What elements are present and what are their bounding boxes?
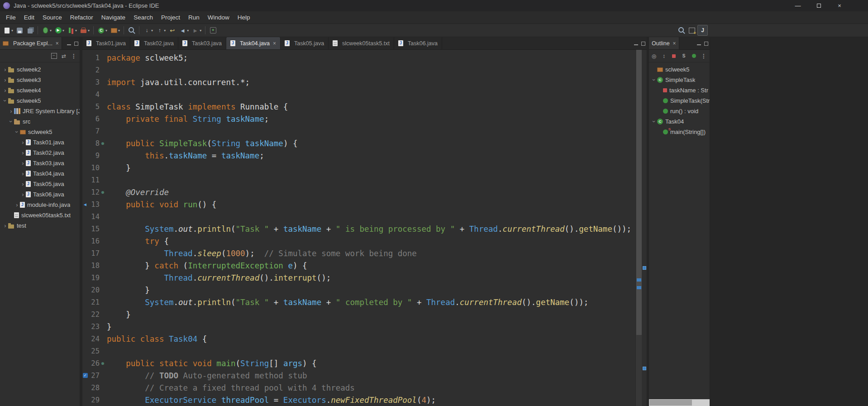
menu-refactor[interactable]: Refactor [66,11,97,24]
line-number[interactable]: 27 [88,372,100,380]
expand-arrow-icon[interactable]: › [20,139,26,145]
line-number[interactable]: 3 [88,78,100,86]
expand-arrow-icon[interactable]: › [14,129,20,135]
expand-arrow-icon[interactable]: › [2,87,8,93]
quick-search-button[interactable] [677,25,686,36]
code-line-18[interactable]: 18 } catch (InterruptedException e) { [82,259,647,272]
tree-item-test[interactable]: ›test [0,220,80,231]
expand-arrow-icon[interactable]: › [651,77,657,83]
code-line-27[interactable]: ✓27 // TODO Auto-generated method stub [82,369,647,382]
tree-item-task04-java[interactable]: ›Task04.java [0,168,80,179]
run-button[interactable]: ▾ [53,25,65,36]
line-number[interactable]: 22 [88,310,100,319]
maximize-view-button[interactable] [704,42,708,46]
close-icon[interactable]: × [56,40,59,47]
tree-item-task03-java[interactable]: ›Task03.java [0,158,80,168]
outline-horizontal-scrollbar[interactable] [649,399,710,406]
maximize-view-button[interactable] [74,42,78,46]
menu-project[interactable]: Project [157,11,184,24]
scrollbar-thumb[interactable] [636,50,642,335]
expand-arrow-icon[interactable]: › [14,202,20,208]
editor-tab-task04-java[interactable]: Task04.java× [226,37,281,49]
editor-tab-task01-java[interactable]: Task01.java [82,37,130,49]
new-wizard-button[interactable]: ▾ [2,25,14,36]
editor-tab-task02-java[interactable]: Task02.java [130,37,178,49]
code-line-15[interactable]: 15 System.out.println("Task " + taskName… [82,223,647,235]
code-line-20[interactable]: 20 } [82,284,647,296]
close-icon[interactable]: × [273,40,276,47]
tree-item-sclweek5[interactable]: ›sclweek5 [0,96,80,106]
view-menu-button[interactable] [700,52,708,60]
code-line-1[interactable]: 1package sclweek5; [82,52,647,64]
expand-arrow-icon[interactable]: › [2,223,8,229]
tree-item-jre-system-library-ja[interactable]: ›JRE System Library [Ja [0,106,80,116]
view-menu-button[interactable] [70,52,78,60]
tree-item-simpletask[interactable]: ›SimpleTask [649,75,710,85]
annotation-mark[interactable] [643,266,646,270]
menu-search[interactable]: Search [129,11,157,24]
line-number[interactable]: 13 [88,201,100,209]
minimize-view-button[interactable] [634,41,639,46]
tree-item-run-void[interactable]: run() : void [649,106,710,116]
code-line-23[interactable]: 23} [82,320,647,333]
code-line-28[interactable]: 28 // Create a fixed thread pool with 4 … [82,382,647,394]
line-number[interactable]: 20 [88,286,100,294]
java-perspective-button[interactable] [697,25,708,36]
menu-navigate[interactable]: Navigate [97,11,129,24]
code-line-13[interactable]: ◀13 public void run() { [82,198,647,210]
line-number[interactable]: 29 [88,396,100,404]
line-number[interactable]: 11 [88,176,100,184]
code-line-9[interactable]: 9 this.taskName = taskName; [82,149,647,162]
line-number[interactable]: 5 [88,103,100,111]
tree-item-task06-java[interactable]: ›Task06.java [0,189,80,200]
previous-annotation-button[interactable]: ▾ [155,25,167,36]
line-number[interactable]: 6 [88,115,100,123]
code-line-11[interactable]: 11 [82,174,647,186]
minimize-button[interactable]: — [787,0,808,11]
expand-arrow-icon[interactable]: › [20,191,26,197]
line-number[interactable]: 19 [88,274,100,282]
hide-fields-button[interactable] [670,52,678,60]
tab-outline[interactable]: Outline × [649,37,679,49]
tree-item-taskname-str[interactable]: taskName : Str [649,85,710,96]
expand-arrow-icon[interactable]: › [20,150,26,156]
editor-tab-task05-java[interactable]: Task05.java [281,37,329,49]
last-edit-location-button[interactable] [167,25,177,36]
back-button[interactable]: ▾ [178,25,190,36]
line-number[interactable]: 21 [88,298,100,306]
code-line-22[interactable]: 22 } [82,308,647,320]
menu-source[interactable]: Source [38,11,66,24]
maximize-button[interactable] [808,0,829,11]
tree-item-sclweek5[interactable]: ›sclweek5 [0,127,80,137]
line-number[interactable]: 28 [88,384,100,392]
new-java-class-button[interactable]: ▾ [96,25,108,36]
editor-tab-task03-java[interactable]: Task03.java [178,37,226,49]
tree-item-sclweek5[interactable]: sclweek5 [649,64,710,75]
code-line-6[interactable]: 6 private final String taskName; [82,113,647,125]
line-number[interactable]: 15 [88,225,100,233]
line-number[interactable]: 8 [88,139,100,148]
code-line-3[interactable]: 3import java.util.concurrent.*; [82,76,647,88]
tree-item-src[interactable]: ›src [0,116,80,127]
code-editor[interactable]: 1package sclweek5;23import java.util.con… [82,50,647,406]
editor-tab-slcweek05task5-txt[interactable]: slcweek05task5.txt [329,37,394,49]
scrollbar-thumb[interactable] [649,400,692,406]
collapse-all-button[interactable] [50,52,58,60]
maximize-view-button[interactable] [641,42,645,46]
tree-item-simpletask-str[interactable]: SimpleTask(Str [649,96,710,106]
code-line-17[interactable]: 17 Thread.sleep(1000); // Simulate some … [82,247,647,259]
menu-help[interactable]: Help [234,11,254,24]
close-icon[interactable]: × [673,40,676,47]
menu-file[interactable]: File [2,11,20,24]
link-with-editor-button[interactable] [60,52,68,60]
code-line-2[interactable]: 2 [82,64,647,76]
fold-marker-icon[interactable]: ● [100,190,106,195]
line-number[interactable]: 18 [88,262,100,270]
pin-editor-button[interactable] [208,25,218,36]
debug-button[interactable]: ▾ [41,25,52,36]
menu-run[interactable]: Run [184,11,204,24]
code-line-25[interactable]: 25 [82,345,647,357]
code-line-29[interactable]: 29 ExecutorService threadPool = Executor… [82,394,647,406]
line-number[interactable]: 24 [88,335,100,343]
code-line-5[interactable]: 5class SimpleTask implements Runnable { [82,100,647,113]
